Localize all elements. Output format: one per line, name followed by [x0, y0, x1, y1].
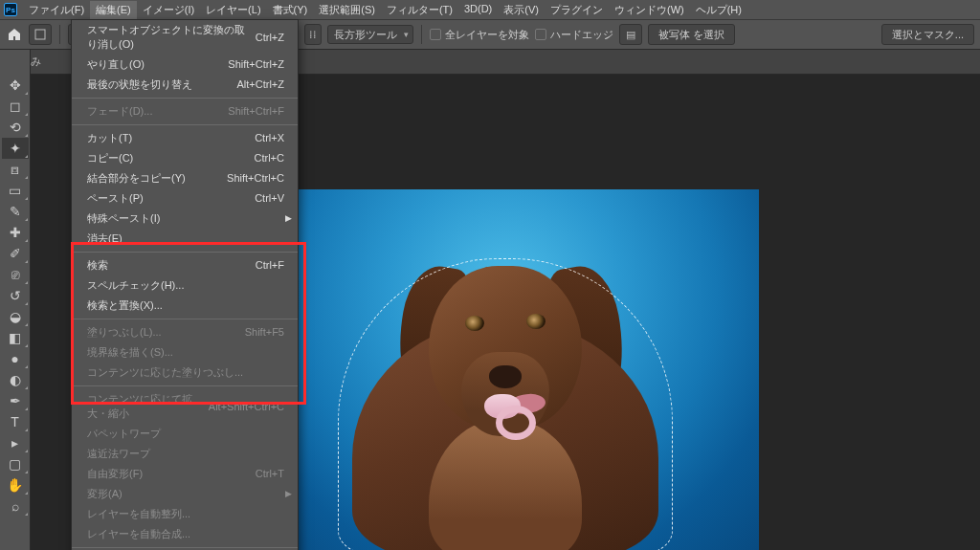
lasso-tool[interactable]: ⟲: [2, 117, 29, 138]
submenu-corner-icon: [25, 92, 28, 95]
menu-item[interactable]: 書式(Y): [267, 1, 314, 19]
submenu-corner-icon: [25, 239, 28, 242]
menu-item[interactable]: レイヤー(L): [200, 1, 266, 19]
type-tool[interactable]: T: [2, 411, 29, 432]
hand-tool[interactable]: ✋: [2, 474, 29, 495]
menu-row-shortcut: Ctrl+Z: [256, 31, 284, 45]
menu-row-label: スマートオブジェクトに変換の取り消し(O): [87, 23, 256, 52]
menu-row-label: レイヤーを自動合成...: [87, 527, 190, 541]
separator: [421, 25, 422, 44]
menu-item[interactable]: プラグイン: [545, 1, 609, 19]
tool-bar: ✥◻⟲✦⧈▭✎✚✐⎚↺◒◧●◐✒T▸▢✋⌕: [0, 50, 31, 550]
submenu-corner-icon: [25, 471, 28, 473]
path-select-tool[interactable]: ▸: [2, 432, 29, 453]
menu-row: コンテンツに応じた塗りつぶし...: [72, 363, 298, 383]
frame-tool[interactable]: ▭: [2, 180, 29, 201]
menu-row-shortcut: Shift+Ctrl+F: [228, 104, 284, 119]
shape-tool-value: 長方形ツール: [334, 28, 397, 42]
menu-row-label: コンテンツに応じた塗りつぶし...: [87, 365, 243, 380]
menu-row[interactable]: カット(T)Ctrl+X: [72, 128, 298, 148]
gradient-tool[interactable]: ◧: [2, 327, 29, 348]
menu-row: レイヤーを自動整列...: [72, 504, 298, 524]
menu-item[interactable]: 編集(E): [90, 1, 137, 19]
menu-row-label: 最後の状態を切り替え: [87, 77, 192, 92]
menu-row-label: 塗りつぶし(L)...: [87, 325, 162, 340]
menu-row: 変形(A)▶: [72, 484, 298, 504]
quick-select-tool[interactable]: ✦: [2, 138, 29, 159]
menu-row-label: コンテンツに応じて拡大・縮小: [87, 392, 209, 421]
zoom-tool[interactable]: ⌕: [2, 495, 29, 517]
menu-row: 境界線を描く(S)...: [72, 342, 298, 363]
menu-row[interactable]: やり直し(O)Shift+Ctrl+Z: [72, 55, 298, 75]
menu-item[interactable]: イメージ(I): [137, 1, 200, 19]
menu-row-label: 遠近法ワープ: [87, 447, 150, 461]
menu-row[interactable]: 消去(E): [72, 229, 298, 249]
image-dog-nose: [489, 365, 522, 388]
stamp-tool[interactable]: ⎚: [2, 264, 29, 285]
hard-edge-checkbox[interactable]: ハードエッジ: [535, 28, 613, 42]
shape-tool[interactable]: ▢: [2, 453, 29, 474]
tool-preset-button[interactable]: [29, 24, 52, 45]
menu-row[interactable]: スマートオブジェクトに変換の取り消し(O)Ctrl+Z: [72, 20, 298, 55]
submenu-corner-icon: [25, 386, 28, 389]
submenu-corner-icon: [25, 429, 28, 431]
submenu-corner-icon: [25, 218, 28, 221]
eyedropper-tool[interactable]: ✎: [2, 201, 29, 222]
shape-tool-select[interactable]: 長方形ツール: [327, 25, 413, 44]
menu-row-shortcut: Ctrl+T: [256, 467, 284, 481]
marquee-tool[interactable]: ◻: [2, 96, 29, 117]
menu-row-label: 消去(E): [87, 231, 122, 246]
submenu-corner-icon: [25, 323, 28, 326]
all-layers-label: 全レイヤーを対象: [445, 28, 529, 42]
menu-item[interactable]: 選択範囲(S): [313, 1, 381, 19]
menu-row-label: 検索: [87, 258, 108, 273]
blur-tool[interactable]: ●: [2, 348, 29, 369]
menu-item[interactable]: 3D(D): [458, 1, 498, 19]
submenu-arrow-icon: ▶: [285, 211, 292, 226]
submenu-corner-icon: [25, 344, 28, 347]
menu-item[interactable]: フィルター(T): [381, 1, 458, 19]
menu-row[interactable]: 特殊ペースト(I)▶: [72, 209, 298, 229]
mode-dotted-icon[interactable]: ⁞⁞: [304, 24, 322, 45]
menu-row[interactable]: スペルチェック(H)...: [72, 275, 298, 296]
menu-row[interactable]: 検索と置換(X)...: [72, 296, 298, 316]
menu-row: 遠近法ワープ: [72, 444, 298, 464]
move-tool[interactable]: ✥: [2, 75, 29, 96]
menu-row-label: 検索と置換(X)...: [87, 298, 163, 313]
select-and-mask-button[interactable]: 選択とマスク...: [881, 24, 974, 45]
submenu-corner-icon: [25, 513, 28, 516]
menu-row: レイヤーを自動合成...: [72, 524, 298, 544]
extra-icon-button[interactable]: ▤: [619, 24, 642, 45]
home-icon[interactable]: [6, 26, 23, 43]
submenu-corner-icon: [25, 134, 28, 137]
menu-row-shortcut: Ctrl+X: [255, 131, 284, 145]
edit-menu-dropdown[interactable]: スマートオブジェクトに変換の取り消し(O)Ctrl+Zやり直し(O)Shift+…: [71, 19, 299, 550]
brush-tool[interactable]: ✐: [2, 243, 29, 264]
select-subject-button[interactable]: 被写体 を選択: [648, 24, 735, 45]
menu-row[interactable]: 結合部分をコピー(Y)Shift+Ctrl+C: [72, 168, 298, 188]
crop-tool[interactable]: ⧈: [2, 159, 29, 180]
submenu-corner-icon: [25, 407, 28, 410]
menu-row-label: カット(T): [87, 131, 132, 145]
menu-item[interactable]: ウィンドウ(W): [609, 1, 690, 19]
all-layers-checkbox[interactable]: 全レイヤーを対象: [430, 28, 529, 42]
menu-item[interactable]: 表示(V): [498, 1, 545, 19]
menu-row[interactable]: 最後の状態を切り替えAlt+Ctrl+Z: [72, 75, 298, 95]
menu-row[interactable]: 検索Ctrl+F: [72, 255, 298, 275]
healing-tool[interactable]: ✚: [2, 222, 29, 243]
dodge-tool[interactable]: ◐: [2, 369, 29, 390]
menu-row: 塗りつぶし(L)...Shift+F5: [72, 322, 298, 342]
menu-item[interactable]: ファイル(F): [23, 1, 90, 19]
menu-item[interactable]: ヘルプ(H): [690, 1, 747, 19]
history-brush-tool[interactable]: ↺: [2, 285, 29, 306]
pen-tool[interactable]: ✒: [2, 390, 29, 411]
menu-row[interactable]: コピー(C)Ctrl+C: [72, 148, 298, 168]
menu-row[interactable]: ペースト(P)Ctrl+V: [72, 188, 298, 209]
submenu-corner-icon: [25, 492, 28, 495]
menu-row-shortcut: Shift+F5: [245, 325, 284, 340]
menu-row-shortcut: Alt+Shift+Ctrl+C: [209, 400, 284, 414]
eraser-tool[interactable]: ◒: [2, 306, 29, 327]
menu-row: フェード(D)...Shift+Ctrl+F: [72, 101, 298, 121]
submenu-corner-icon: [25, 113, 28, 116]
menu-row-shortcut: Ctrl+C: [255, 151, 284, 165]
